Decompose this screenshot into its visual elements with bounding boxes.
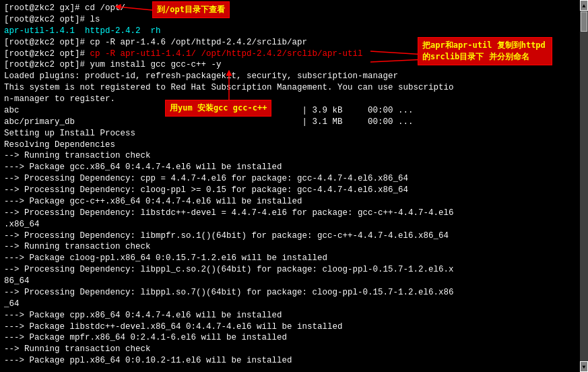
scrollbar[interactable]: ▲ ▼ — [580, 0, 588, 372]
scrollbar-thumb[interactable] — [581, 11, 587, 32]
terminal-line: ---> Package gcc.x86_64 0:4.4.7-4.el6 wi… — [4, 162, 576, 173]
annotation-3: 用yum 安装gcc gcc-c++ — [165, 100, 271, 117]
line-text: _64 — [4, 299, 20, 309]
terminal-line: [root@zkc2 gx]# cd /opt/ — [4, 3, 576, 14]
terminal-line: .x86_64 — [4, 219, 576, 230]
line-text: --> Running transaction check — [4, 151, 151, 160]
terminal-line: Loaded plugins: product-id, refresh-pack… — [4, 71, 576, 82]
line-text: [root@zkc2 opt]# ls — [4, 15, 100, 24]
terminal-line: This system is not registered to Red Hat… — [4, 82, 576, 94]
line-text: Loaded plugins: product-id, refresh-pack… — [4, 71, 398, 81]
line-text: --> Processing Dependency: libstdc++-dev… — [4, 208, 454, 218]
terminal-line: --> Processing Dependency: cloog-ppl >= … — [4, 185, 576, 196]
line-text: .x86_64 — [4, 220, 40, 229]
terminal-line: apr-util-1.4.1 httpd-2.4.2 rh — [4, 26, 576, 37]
line-text: --> Processing Dependency: libppl_c.so.2… — [4, 265, 454, 274]
line-text: ---> Package mpfr.x86_64 0:2.4.1-6.el6 w… — [4, 333, 287, 342]
line-text: --> Processing Dependency: cloog-ppl >= … — [4, 185, 408, 195]
line-text: --> Running transaction check — [4, 344, 151, 354]
terminal-line: ---> Package gcc-c++.x86_64 0:4.4.7-4.el… — [4, 196, 576, 208]
terminal-line: --> Processing Dependency: cpp = 4.4.7-4… — [4, 173, 576, 185]
scrollbar-track[interactable] — [580, 11, 588, 361]
terminal-line: --> Running transaction check — [4, 344, 576, 355]
line-text: [root@zkc2 opt]# yum install gcc gcc-c++… — [4, 60, 222, 69]
line-text: 86_64 — [4, 276, 30, 286]
annotation-2-text: 把apr和apr-util 复制到httpd 的srclib目录下 并分别命名 — [422, 40, 546, 61]
terminal-line: --> Running transaction check — [4, 241, 576, 253]
annotation-3-text: 用yum 安装gcc gcc-c++ — [170, 103, 267, 113]
terminal-line: ---> Package ppl.x86_64 0:0.10.2-11.el6 … — [4, 355, 576, 367]
terminal-line: --> Processing Dependency: libstdc++-dev… — [4, 208, 576, 219]
line-text: --> Processing Dependency: cpp = 4.4.7-4… — [4, 174, 408, 183]
terminal-line: abc | 3.9 kB 00:00 ... — [4, 105, 576, 117]
annotation-2: 把apr和apr-util 复制到httpd 的srclib目录下 并分别命名 — [418, 37, 552, 65]
line-text: Setting up Install Process — [4, 129, 135, 138]
line-text: --> Running transaction check — [4, 242, 151, 251]
terminal-line: n-manager to register. — [4, 94, 576, 105]
terminal-line: abc/primary_db | 3.1 MB 00:00 ... — [4, 117, 576, 128]
line-text: abc/primary_db | 3.1 MB 00:00 ... — [4, 117, 414, 127]
line-text: [root@zkc2 opt]# cp -R apr-1.4.6 /opt/ht… — [4, 38, 307, 47]
line-text: ---> Package libstdc++-devel.x86_64 0:4.… — [4, 322, 343, 332]
terminal-line: Resolving Dependencies — [4, 140, 576, 151]
scroll-up-button[interactable]: ▲ — [580, 0, 588, 11]
terminal-line: ---> Package cpp.x86_64 0:4.4.7-4.el6 wi… — [4, 310, 576, 321]
line-text: ---> Package cloog-ppl.x86_64 0:0.15.7-1… — [4, 253, 327, 263]
line-text: ---> Package gcc-c++.x86_64 0:4.4.7-4.el… — [4, 197, 302, 206]
scroll-down-button[interactable]: ▼ — [580, 361, 588, 372]
terminal-line: ---> Package cloog-ppl.x86_64 0:0.15.7-1… — [4, 253, 576, 264]
terminal-line: --> Processing Dependency: libmpfr.so.1(… — [4, 230, 576, 242]
line-text: n-manager to register. — [4, 94, 115, 104]
line-text: ---> Package ppl.x86_64 0:0.10.2-11.el6 … — [4, 356, 292, 365]
line-text: --> Processing Dependency: libppl.so.7()… — [4, 288, 454, 297]
terminal-line: --> Running transaction check — [4, 150, 576, 162]
line-text: ---> Package gcc.x86_64 0:4.4.7-4.el6 wi… — [4, 162, 282, 172]
annotation-1-text: 到/opt目录下查看 — [157, 5, 225, 14]
line-text: --> Processing Dependency: libmpfr.so.1(… — [4, 231, 449, 241]
line-text: apr-util-1.4.1 httpd-2.4.2 rh — [4, 26, 161, 36]
terminal-line: Setting up Install Process — [4, 128, 576, 140]
terminal-line: ---> Package mpfr.x86_64 0:2.4.1-6.el6 w… — [4, 332, 576, 344]
line-text: This system is not registered to Red Hat… — [4, 83, 454, 92]
line-text: [root@zkc2 gx]# cd /opt/ — [4, 3, 125, 13]
terminal-line: [root@zkc2 opt]# ls — [4, 14, 576, 26]
annotation-1: 到/opt目录下查看 — [152, 1, 230, 18]
line-text: Resolving Dependencies — [4, 140, 115, 150]
terminal-line: --> Processing Dependency: libppl.so.7()… — [4, 287, 576, 299]
line-text: ---> Package cpp.x86_64 0:4.4.7-4.el6 wi… — [4, 311, 282, 320]
terminal-line: ---> Package libstdc++-devel.x86_64 0:4.… — [4, 321, 576, 333]
terminal-line: _64 — [4, 299, 576, 310]
terminal-line: --> Processing Dependency: libppl_c.so.2… — [4, 264, 576, 276]
line-text: [root@zkc2 opt]# cp -R apr-util-1.4.1/ /… — [4, 49, 363, 59]
terminal-line: 86_64 — [4, 276, 576, 287]
terminal-window: [root@zkc2 gx]# cd /opt/ [root@zkc2 opt]… — [0, 0, 588, 372]
